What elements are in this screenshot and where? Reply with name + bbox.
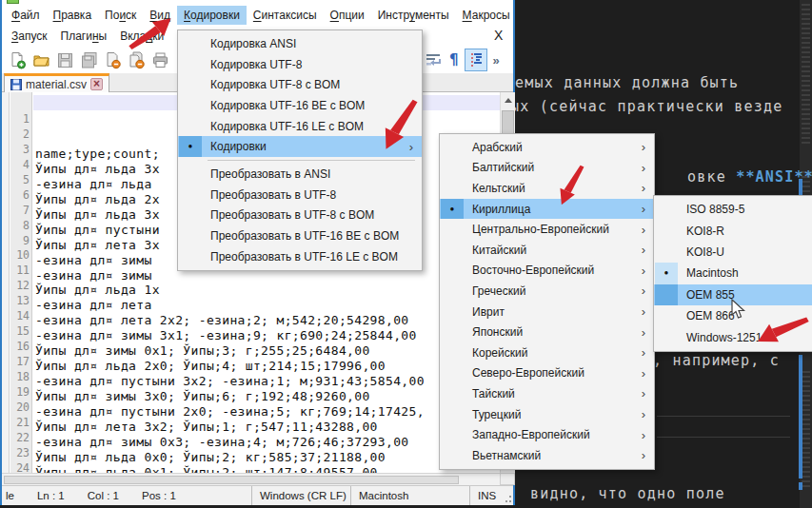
editor-line[interactable]: 23 -езина дл¤ льда 1х3; -езина;2; кг;286… [2, 429, 513, 444]
menu-item[interactable]: ● Корейский › [440, 342, 654, 363]
save-all-icon[interactable] [79, 51, 98, 70]
menubar-item[interactable]: Синтаксисы [247, 6, 324, 25]
menu-item[interactable]: ● Кодировка UTF-8 с BOM › [178, 74, 422, 95]
bg-text-fragment: овке [687, 168, 736, 186]
menu-item-label: Кодировка UTF-8 с BOM [210, 78, 340, 91]
menu-item[interactable]: ● KOI8-U › [654, 242, 812, 263]
menu-item[interactable]: ● Греческий › [440, 281, 654, 302]
menu-item[interactable]: ● Преобразовать в UTF-16 LE с BOM › [178, 246, 422, 267]
toolbar-overflow-icon[interactable]: » [493, 53, 499, 68]
close-document-button[interactable]: X [490, 28, 506, 43]
menu-check-gutter: ● [441, 178, 464, 199]
menu-item[interactable]: ● KOI8-R › [654, 220, 812, 241]
menu-item-label: Преобразовать в UTF-16 BE с BOM [210, 229, 399, 243]
menu-item[interactable]: ● Тайский › [440, 383, 654, 404]
editor-line[interactable]: 18 -езина дл¤ пустыни 2х0; -езина;5; кг;… [2, 353, 513, 368]
menu-item[interactable]: ● Кодировка UTF-16 LE с BOM › [178, 116, 422, 137]
status-insert-mode[interactable]: INS [469, 486, 504, 505]
editor-line[interactable]: 13 -езина дл¤ зимы 3х1; -езина;9; кг;690… [2, 277, 513, 292]
menu-item[interactable]: ● Кодировка UTF-16 BE с BOM › [178, 95, 422, 116]
menubar-item[interactable]: Опции [324, 6, 371, 25]
editor-line[interactable]: 24 -езина дл¤ пустыни 1х3; -езина;5; кг;… [2, 444, 513, 459]
menubar-item[interactable]: Вкладки [113, 27, 170, 46]
tab-material-csv[interactable]: material.csv × [4, 73, 109, 92]
print-icon[interactable] [150, 51, 169, 70]
menu-item[interactable]: ● Преобразовать в UTF-16 BE с BOM › [178, 225, 422, 246]
menu-item[interactable]: ● OEM 866 › [654, 305, 812, 326]
menubar-item[interactable]: Плагины [54, 27, 114, 46]
menubar-item[interactable]: Поиск [98, 6, 143, 25]
save-icon[interactable] [55, 51, 74, 70]
menu-item[interactable]: ● Кельтский › [440, 178, 654, 199]
editor-line[interactable]: 22 Ўипы дл¤ льда 0х1; Ўипы;2; шт;147;8;4… [2, 414, 513, 429]
menu-check-gutter: ● [441, 424, 464, 445]
radio-dot-icon: ● [450, 205, 455, 213]
menubar-item[interactable]: Макросы [456, 6, 517, 25]
editor-scrollbar[interactable] [799, 355, 802, 479]
menu-item[interactable]: ● Арабский › [440, 137, 654, 158]
menu-item[interactable]: ● Кодировки › [178, 136, 422, 157]
menu-item[interactable]: ● Кодировка UTF-8 › [178, 54, 422, 75]
menu-item[interactable]: ● OEM 855 › [654, 284, 812, 305]
horizontal-scroll-thumb[interactable] [4, 476, 459, 484]
menu-item[interactable]: ● Восточно-Европейский › [440, 261, 654, 282]
resize-grip[interactable] [504, 486, 513, 505]
menu-item[interactable]: ● Преобразовать в UTF-8 с BOM › [178, 205, 422, 226]
menubar-item[interactable]: Инструменты [371, 6, 456, 25]
submenu-arrow-icon: › [642, 244, 645, 256]
menu-item[interactable]: ● Вьетнамский › [440, 445, 654, 466]
editor-line[interactable]: 16 -езина дл¤ пустыни 3х2; -езина;1; м;9… [2, 322, 513, 338]
menubar-item[interactable]: Запуск [5, 27, 54, 46]
menu-item-label: OEM 855 [686, 288, 735, 302]
editor-line[interactable]: 14 Ўипы дл¤ зимы 0х1; Ўипы;3; г;255;25;6… [2, 292, 513, 307]
indent-guides-toggle[interactable] [465, 49, 487, 71]
editor-line[interactable]: 20 -езина дл¤ зимы 0х3; -езина;4; м;726;… [2, 383, 513, 399]
menu-check-gutter: ● [179, 205, 202, 226]
menu-item-label: Преобразовать в UTF-8 [210, 188, 336, 202]
menu-item[interactable]: ● Преобразовать в UTF-8 › [178, 185, 422, 205]
menu-item[interactable]: ● Китайский › [440, 240, 654, 261]
editor-line[interactable]: 21 Ўипы дл¤ льда 0х0; Ўипы;2; кг;585;37;… [2, 399, 513, 414]
editor-line[interactable]: 17 Ўипы дл¤ зимы 3х0; Ўипы;6; г;192;48;9… [2, 338, 513, 353]
menu-item[interactable]: ● Преобразовать в ANSI › [178, 164, 422, 185]
menu-item[interactable]: ● Балтийский › [440, 158, 654, 179]
menu-item[interactable]: ● ISO 8859-5 › [654, 199, 812, 220]
menu-item[interactable]: ● Западно-Европейский › [440, 424, 654, 445]
submenu-arrow-icon: › [642, 182, 645, 194]
close-document-icon[interactable] [103, 51, 122, 70]
menu-check-gutter: ● [179, 33, 202, 54]
menu-item[interactable]: ● Центрально-Европейский › [440, 219, 654, 240]
menu-item[interactable]: ● Иврит › [440, 302, 654, 322]
editor-line[interactable]: 19 Ўипы дл¤ лета 3х2; Ўипы;1; г;547;11;4… [2, 368, 513, 383]
menu-item[interactable]: ● Турецкий › [440, 404, 654, 425]
editor-scrollbar[interactable] [799, 179, 802, 195]
menu-item[interactable]: ● Macintosh › [654, 263, 812, 283]
tab-close-icon[interactable]: × [90, 78, 103, 90]
editor-line[interactable]: 25 Ўипы дл¤ зимы 3х3; Ўипы;4; г;652;33;1… [2, 459, 513, 474]
show-all-characters-icon[interactable]: ¶ [449, 51, 459, 68]
close-all-icon[interactable] [127, 51, 146, 70]
menu-item-label: KOI8-U [686, 245, 724, 259]
menu-item-label: Преобразовать в UTF-8 с BOM [210, 208, 374, 222]
horizontal-scrollbar[interactable] [2, 473, 500, 485]
new-file-icon[interactable] [8, 51, 27, 70]
menu-item[interactable]: ● Windows-1251 › [654, 326, 812, 347]
menubar-item[interactable]: Вид [143, 6, 177, 25]
menu-item[interactable]: ● Кириллица › [440, 199, 654, 220]
menubar-item[interactable]: Кодировки [177, 6, 247, 25]
menu-item-label: Кодировка UTF-16 LE с BOM [210, 120, 364, 133]
open-file-icon[interactable] [31, 51, 50, 70]
word-wrap-icon[interactable] [425, 50, 444, 69]
editor-line[interactable]: 15 Ўипы дл¤ льда 2х0; Ўипы;4; шт;214;15;… [2, 307, 513, 322]
menubar-item[interactable]: Правка [47, 6, 99, 25]
menubar-item[interactable]: Файл [5, 6, 47, 25]
menu-item[interactable]: ● Северо-Европейский › [440, 363, 654, 384]
menu-item-label: Кодировки [210, 140, 267, 153]
status-eol-format[interactable]: Windows (CR LF) [251, 486, 350, 505]
editor-scrollbar[interactable] [799, 482, 802, 490]
submenu-arrow-icon: › [642, 203, 645, 215]
scroll-up-button[interactable] [501, 92, 516, 107]
status-encoding[interactable]: Macintosh [350, 486, 469, 505]
menu-item[interactable]: ● Кодировка ANSI › [178, 33, 422, 54]
menu-item[interactable]: ● Японский › [440, 322, 654, 342]
